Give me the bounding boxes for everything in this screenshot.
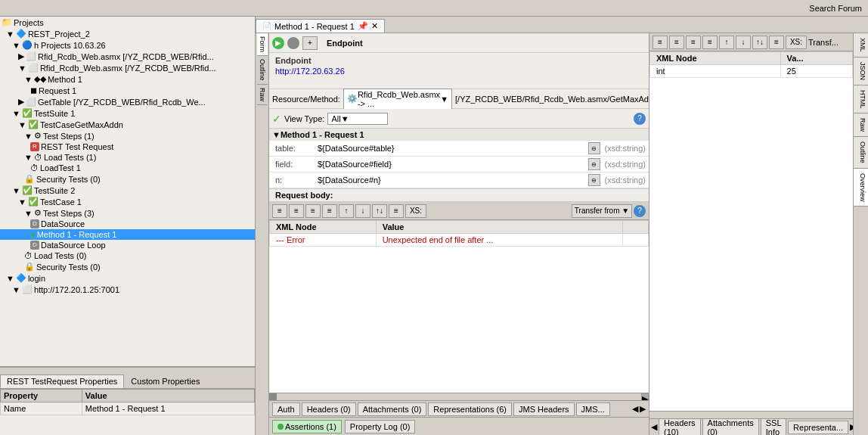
tree-node-projects-h[interactable]: ▼ 🔵 h Projects 10.63.26 [0, 39, 255, 51]
r-tab-attachments-0[interactable]: Attachments (0) [702, 418, 759, 435]
r-sort[interactable]: ≡ [769, 36, 784, 49]
tab-form[interactable]: Form [257, 33, 268, 56]
tree-node-loadtests2[interactable]: ⏱ Load Tests (0) [0, 250, 255, 261]
justify-btn[interactable]: ≡ [322, 204, 337, 218]
right-xml-table: XML Node Va... int 25 [649, 51, 853, 78]
collapse-icon[interactable]: ▼ [272, 130, 281, 139]
tab-jms-headers[interactable]: JMS Headers [513, 402, 575, 416]
r-justify[interactable]: ≡ [702, 36, 718, 49]
resource-select-dropdown[interactable]: ⚙️ Rfid_Rcdb_Web.asmx -> ... ▼ [343, 89, 452, 110]
xs-btn[interactable]: XS: [405, 204, 426, 218]
tab-jms[interactable]: JMS... [576, 402, 610, 416]
align-right-btn[interactable]: ≡ [305, 204, 321, 218]
help-icon[interactable]: ? [634, 113, 646, 125]
far-tab-xml[interactable]: XML [854, 33, 868, 57]
tab-close-icon[interactable]: ✕ [371, 21, 378, 31]
tree-node-testcase1[interactable]: ▼ ✅ TestCase 1 [0, 196, 255, 207]
r-tab-headers-10[interactable]: Headers (10) [659, 418, 701, 435]
tree-node-security0[interactable]: 🔒 Security Tests (0) [0, 173, 255, 185]
checkmark-icon[interactable]: ✓ [272, 113, 281, 125]
r-h-scrollbar[interactable] [649, 411, 853, 418]
param-input-n[interactable] [315, 176, 588, 185]
scroll-tabs-right[interactable]: ▶ [640, 404, 646, 414]
r-tab-representa[interactable]: Representa... [788, 421, 848, 434]
r-down[interactable]: ↓ [736, 36, 751, 49]
xml-node-error: --- Error [270, 234, 377, 247]
scroll-right-btn[interactable]: ▶ [641, 393, 649, 400]
tab-representations-6[interactable]: Representations (6) [428, 402, 512, 416]
param-clear-field[interactable]: ⊖ [588, 158, 600, 170]
stop-button[interactable] [287, 37, 299, 49]
far-tab-outline[interactable]: Outline [854, 137, 868, 169]
align-center-btn[interactable]: ≡ [289, 204, 304, 218]
tab-attachments-0[interactable]: Attachments (0) [358, 402, 427, 416]
tree-node-loadtest1[interactable]: ⏱ LoadTest 1 [0, 163, 255, 173]
tree-node-method1[interactable]: ▼ ◆◆ Method 1 [0, 73, 255, 85]
tree-node-teststeps1[interactable]: ▼ ⚙ Test Steps (1) [0, 130, 255, 141]
tab-method1-request1[interactable]: 📄 Method 1 - Request 1 📌 ✕ [256, 19, 385, 33]
tree-node-gettable[interactable]: ▶ ⬜ GetTable [/YZ_RCDB_WEB/Rfid_Rcdb_We.… [0, 96, 255, 107]
assertions-button[interactable]: Assertions (1) [272, 420, 342, 433]
param-clear-n[interactable]: ⊖ [588, 174, 600, 186]
expand-icon: ▼ [6, 274, 14, 283]
align-left-btn[interactable]: ≡ [272, 204, 287, 218]
h-scrollbar[interactable]: ▶ [269, 393, 649, 400]
r-tab-ssl[interactable]: SSL Info [761, 418, 786, 435]
tree-node-testsuite2[interactable]: ▼ ✅ TestSuite 2 [0, 185, 255, 196]
r-align-left[interactable]: ≡ [653, 36, 668, 49]
r-xs[interactable]: XS: [786, 36, 807, 49]
r-up[interactable]: ↑ [719, 36, 734, 49]
tree-node-security2[interactable]: 🔒 Security Tests (0) [0, 261, 255, 272]
tree-node-login[interactable]: ▼ 🔷 login [0, 272, 255, 284]
move-up-btn[interactable]: ↑↓ [372, 204, 387, 218]
tree-node-rest-project[interactable]: ▼ 🔷 REST_Project_2 [0, 28, 255, 39]
far-tab-overview[interactable]: Overview [854, 169, 868, 207]
endpoint-url: http://172.20.63.26 [275, 67, 643, 76]
tab-rest-test-properties[interactable]: REST TestRequest Properties [0, 374, 124, 388]
indent-btn[interactable]: ↑ [339, 204, 354, 218]
far-tab-raw[interactable]: Raw [854, 113, 868, 137]
tab-raw[interactable]: Raw [257, 85, 268, 105]
tab-custom-properties[interactable]: Custom Properties [124, 374, 206, 388]
tree-node-rest-test-req[interactable]: R REST Test Request [0, 141, 255, 152]
left-panel: 📁 Projects ▼ 🔷 REST_Project_2 ▼ 🔵 h Proj… [0, 17, 256, 435]
tree-node-method1-req1[interactable]: ● Method 1 - Request 1 [0, 229, 255, 240]
r-align-right[interactable]: ≡ [686, 36, 701, 49]
value-col-header: Value [82, 390, 254, 402]
tree-node-request1[interactable]: ◼ Request 1 [0, 85, 255, 96]
far-tab-json[interactable]: JSON [854, 57, 868, 85]
param-type-n: (xsd:string) [602, 176, 649, 185]
tree-node-datasource[interactable]: D DataSource [0, 219, 255, 229]
tree-node-testcase-getmax[interactable]: ▼ ✅ TestCaseGetMaxAddn [0, 119, 255, 130]
project-tree[interactable]: 📁 Projects ▼ 🔷 REST_Project_2 ▼ 🔵 h Proj… [0, 17, 255, 367]
tab-headers-0[interactable]: Headers (0) [302, 402, 356, 416]
sort-btn[interactable]: ≡ [389, 204, 404, 218]
tree-node-loadtests1[interactable]: ▼ ⏱ Load Tests (1) [0, 152, 255, 163]
tree-node-projects[interactable]: 📁 Projects [0, 17, 255, 28]
dropdown-arrow-icon: ▼ [440, 95, 448, 104]
tree-node-rfid1[interactable]: ▶ ⬜ Rfid_Rcdb_Web.asmx [/YZ_RCDB_WEB/Rfi… [0, 51, 255, 62]
tree-node-rfid2[interactable]: ▼ ⬜ Rfid_Rcdb_Web.asmx [/YZ_RCDB_WEB/Rfi… [0, 62, 255, 73]
outdent-btn[interactable]: ↓ [355, 204, 370, 218]
tab-outline[interactable]: Outline [257, 56, 268, 85]
xml-help-icon[interactable]: ? [634, 205, 646, 217]
r-scroll-left[interactable]: ◀ [651, 422, 657, 432]
param-input-field[interactable] [315, 160, 588, 169]
tab-auth[interactable]: Auth [272, 402, 300, 416]
r-align-center[interactable]: ≡ [669, 36, 684, 49]
view-type-dropdown[interactable]: All ▼ [327, 113, 388, 125]
tab-property-log[interactable]: Property Log (0) [345, 420, 415, 433]
tree-node-datasource-loop[interactable]: D DataSource Loop [0, 240, 255, 250]
tree-node-teststeps3[interactable]: ▼ ⚙ Test Steps (3) [0, 207, 255, 219]
editor-view-bar: ✓ View Type: All ▼ ? [269, 109, 649, 129]
tree-node-testsuite1[interactable]: ▼ ✅ TestSuite 1 [0, 107, 255, 119]
scroll-tabs-left[interactable]: ◀ [632, 404, 638, 414]
param-input-table[interactable] [315, 144, 588, 153]
tree-node-login-url[interactable]: ▼ ⬜ http://172.20.1.25:7001 [0, 284, 255, 295]
run-button[interactable]: ▶ [272, 37, 284, 49]
transfer-from-btn[interactable]: Transfer from ▼ [572, 204, 632, 218]
r-updown[interactable]: ↑↓ [752, 36, 767, 49]
add-button[interactable]: + [302, 36, 318, 50]
far-tab-html[interactable]: HTML [854, 85, 868, 114]
param-clear-table[interactable]: ⊖ [588, 142, 600, 154]
